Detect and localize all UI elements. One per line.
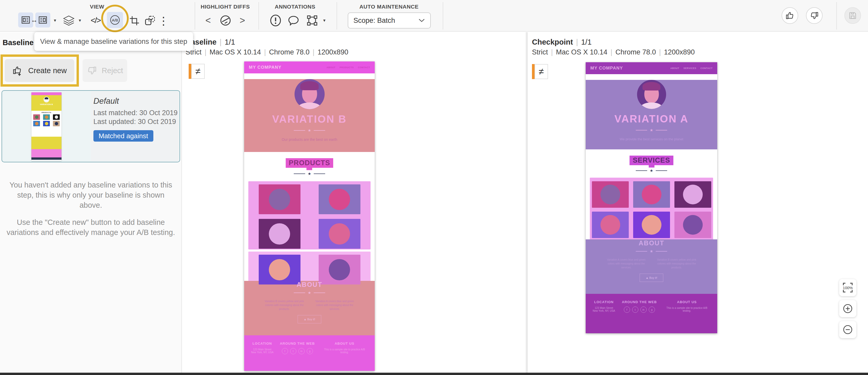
layers-icon[interactable] bbox=[62, 13, 76, 28]
site-products-section: PRODUCTS ★ bbox=[244, 152, 375, 275]
note-2: Use the "Create new" button to add basel… bbox=[5, 217, 177, 238]
product-tile bbox=[43, 121, 50, 126]
remark-annotation-icon[interactable] bbox=[286, 13, 301, 28]
tile-grid bbox=[590, 178, 713, 242]
buy-button: ▲ Buy it! bbox=[298, 315, 321, 323]
ab-testing-manager: VIEW HIGHLIGHT DIFFS ANNOTATIONS AUTO MA… bbox=[0, 0, 868, 375]
checkpoint-panel-header: Checkpoint|1/1 bbox=[532, 38, 592, 46]
layout-caret-icon[interactable]: ▼ bbox=[53, 17, 58, 23]
product-tile bbox=[633, 212, 670, 238]
create-new-label: Create new bbox=[28, 66, 67, 75]
browser: Chrome 78.0 bbox=[269, 48, 310, 56]
baseline-thumbnail: VARIATION B PRODUCTS bbox=[31, 92, 62, 161]
diff-orange-bar bbox=[189, 64, 191, 79]
match-regions-icon[interactable] bbox=[143, 14, 157, 28]
site-about-section: ABOUT ★ Variation B covers yellow and pi… bbox=[244, 281, 375, 335]
tile-grid bbox=[248, 251, 371, 284]
thumb-navbar bbox=[31, 92, 62, 95]
not-equal-icon: ≠ bbox=[534, 64, 548, 79]
sidebar-notes: You haven't added any baseline variation… bbox=[5, 180, 177, 238]
checkpoint-panel-title: Checkpoint bbox=[532, 38, 573, 46]
save-icon bbox=[848, 11, 857, 20]
baseline-count: 1/1 bbox=[225, 38, 235, 46]
view-section-label: VIEW bbox=[90, 4, 104, 10]
code-view-icon[interactable]: </> bbox=[88, 15, 103, 25]
baseline-diff-badge[interactable]: ≠ bbox=[189, 64, 205, 79]
reject-button[interactable]: Reject bbox=[83, 59, 127, 82]
zoom-fit-label: 100% bbox=[843, 285, 853, 290]
divider bbox=[258, 2, 259, 30]
product-tile bbox=[53, 114, 60, 120]
last-updated: Last updated: 30 Oct 2019 bbox=[93, 118, 176, 126]
thumbs-up-plus-icon bbox=[12, 65, 24, 76]
not-equal-icon: ≠ bbox=[191, 64, 205, 79]
divider bbox=[195, 2, 195, 30]
social-icon: g bbox=[307, 348, 313, 354]
social-icon: t bbox=[632, 307, 638, 313]
thumb-hero: VARIATION B bbox=[31, 95, 62, 111]
chevron-down-icon bbox=[418, 19, 425, 23]
divider bbox=[836, 2, 837, 30]
buy-button: ▲ Buy it! bbox=[640, 274, 663, 282]
toggle-diffs-icon[interactable] bbox=[218, 13, 232, 28]
checkpoint-panel-meta: Strict|Mac OS X 10.14|Chrome 78.0|1200x8… bbox=[532, 48, 695, 56]
zoom-out-button[interactable] bbox=[839, 321, 856, 338]
product-tile bbox=[53, 121, 60, 126]
prev-diff-icon[interactable]: < bbox=[203, 14, 213, 27]
tile-grid bbox=[248, 181, 371, 249]
zoom-in-button[interactable] bbox=[839, 300, 856, 317]
os: Mac OS X 10.14 bbox=[210, 48, 261, 56]
default-variation-card[interactable]: VARIATION B PRODUCTS Default Last matche… bbox=[2, 90, 180, 162]
reject-step-button[interactable] bbox=[806, 7, 823, 24]
social-icon: f bbox=[282, 348, 288, 354]
thumb-copyright bbox=[31, 158, 62, 160]
thumbs-up-icon bbox=[785, 11, 795, 20]
divider bbox=[443, 2, 443, 30]
baseline-screenshot: MY COMPANY ABOUTPRODUCTSCONTACT VARIATIO… bbox=[244, 62, 375, 371]
layers-caret-icon[interactable]: ▼ bbox=[77, 17, 83, 23]
create-new-button[interactable]: Create new bbox=[5, 59, 74, 82]
ab-variations-icon[interactable]: A/B bbox=[107, 12, 123, 28]
avatar bbox=[294, 79, 324, 109]
more-options-icon[interactable]: ⋮ bbox=[159, 13, 168, 28]
reject-label: Reject bbox=[102, 66, 123, 75]
checkpoint-screenshot: MY COMPANY ABOUTSERVICESCONTACT VARIATIO… bbox=[586, 62, 717, 333]
social-icon: in bbox=[299, 348, 305, 354]
zoom-fit-button[interactable]: 100% bbox=[839, 279, 856, 296]
variation-name: Default bbox=[93, 97, 119, 106]
region-caret-icon[interactable]: ▼ bbox=[322, 17, 327, 23]
scope-select[interactable]: Scope: Batch bbox=[348, 12, 431, 29]
tooltip-text: View & manage baseline variations for th… bbox=[40, 38, 187, 46]
thumb-footer bbox=[31, 149, 62, 158]
accept-step-button[interactable] bbox=[782, 7, 798, 24]
panel-divider bbox=[526, 32, 528, 373]
checkpoint-diff-badge[interactable]: ≠ bbox=[532, 64, 548, 79]
svg-text:A/B: A/B bbox=[112, 18, 118, 22]
toolbar: VIEW HIGHLIGHT DIFFS ANNOTATIONS AUTO MA… bbox=[0, 0, 868, 32]
minus-icon bbox=[842, 324, 853, 335]
site-hero: VARIATION B ★ Our products are the best … bbox=[244, 79, 375, 152]
swap-arrow-icon: ↔ bbox=[31, 16, 38, 24]
region-annotation-icon[interactable] bbox=[305, 13, 319, 28]
social-icon: t bbox=[290, 348, 296, 354]
thumb-about bbox=[31, 137, 62, 149]
product-tile bbox=[675, 181, 711, 208]
save-button[interactable] bbox=[844, 7, 861, 24]
os: Mac OS X 10.14 bbox=[556, 48, 608, 56]
matched-against-badge: Matched against bbox=[93, 130, 153, 142]
next-diff-icon[interactable]: > bbox=[237, 14, 248, 27]
auto-maintenance-section-label: AUTO MAINTENANCE bbox=[360, 4, 418, 10]
diff-orange-bar bbox=[532, 64, 534, 79]
match-level: Strict bbox=[532, 48, 548, 56]
thumb-tile-grid bbox=[31, 113, 62, 126]
product-tile bbox=[259, 219, 301, 249]
product-tile bbox=[33, 121, 40, 126]
viewport: 1200x890 bbox=[318, 48, 348, 56]
issue-annotation-icon[interactable] bbox=[269, 13, 282, 28]
thumbs-down-icon bbox=[87, 65, 97, 76]
crop-icon[interactable] bbox=[128, 14, 141, 27]
site-services-section: SERVICES ★ bbox=[586, 149, 717, 233]
note-1: You haven't added any baseline variation… bbox=[5, 180, 177, 210]
social-icon: g bbox=[649, 307, 655, 313]
last-matched: Last matched: 30 Oct 2019 bbox=[93, 109, 178, 117]
